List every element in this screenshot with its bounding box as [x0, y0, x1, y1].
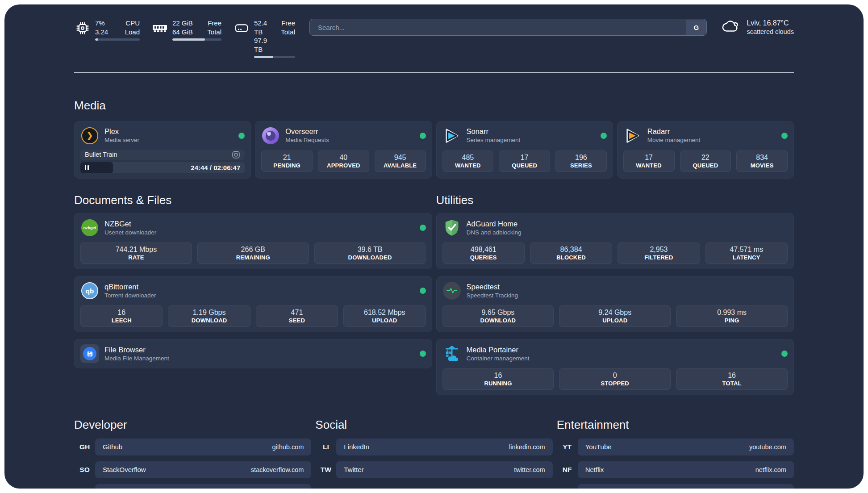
stat-value: 485 — [462, 154, 474, 162]
stat-label: DOWNLOAD — [192, 317, 227, 324]
status-dot — [601, 133, 607, 139]
card-nzbget[interactable]: nzbget NZBGet Usenet downloader 744.21 M… — [74, 213, 432, 269]
stat-tile: 744.21 Mbps RATE — [80, 242, 192, 264]
card-radarr[interactable]: Radarr Movie management 17 WANTED 22 QUE… — [617, 121, 794, 179]
stat-value: 744.21 Mbps — [116, 246, 157, 254]
link-name: Twitter — [344, 466, 363, 473]
card-sonarr[interactable]: Sonarr Series management 485 WANTED 17 Q… — [436, 121, 613, 179]
playback-time: 24:44 / 02:06:47 — [191, 164, 245, 171]
stat-value: 834 — [756, 154, 768, 162]
stat-label: UPLOAD — [372, 317, 397, 324]
app-name: Overseerr — [285, 127, 329, 136]
app-description: Movie management — [647, 137, 701, 144]
link-url: linkedin.com — [509, 443, 545, 451]
search-engine-button[interactable]: G — [686, 20, 706, 35]
app-name: Media Portainer — [467, 345, 530, 355]
stat-label: AVAILABLE — [384, 162, 417, 169]
media-grid: ❯ Plex Media server Bullet Train 24:44 /… — [74, 121, 794, 179]
card-speedtest[interactable]: Speedtest Speedtest Tracking 9.65 Gbps D… — [436, 276, 794, 332]
memory-progress-bar — [172, 38, 221, 41]
stat-tile: 21 PENDING — [261, 150, 313, 172]
stat-tile: 47.571 ms LATENCY — [705, 242, 788, 264]
utilities-column: Utilities AdGuard Home DNS and adblockin… — [436, 194, 794, 396]
stat-tile: 0.993 ms PING — [676, 305, 788, 327]
stat-tile: 0 STOPPED — [559, 368, 671, 390]
card-adguard[interactable]: AdGuard Home DNS and adblocking 498,461 … — [436, 213, 794, 269]
app-description: Media server — [104, 137, 139, 144]
stat-label: LEECH — [112, 317, 132, 324]
card-qbittorrent[interactable]: qb qBittorrent Torrent downloader 16 LEE… — [74, 276, 432, 332]
portainer-icon — [442, 344, 461, 363]
app-name: File Browser — [104, 345, 169, 355]
link-youtube[interactable]: YT YouTube youtube.com — [557, 439, 794, 455]
weather-location-temp: Lviv, 16.87°C — [747, 19, 794, 27]
app-name: Speedtest — [467, 282, 518, 292]
card-filebrowser[interactable]: File Browser Media File Management — [74, 339, 432, 368]
memory-icon — [151, 19, 168, 38]
link-github[interactable]: GH Github github.com — [74, 439, 311, 455]
link-stackoverflow[interactable]: SO StackOverflow stackoverflow.com — [74, 461, 311, 478]
stat-value: 22 — [701, 154, 709, 162]
stat-value: 0.993 ms — [717, 309, 747, 317]
link-dev[interactable]: DT DEV dev.to — [74, 484, 311, 489]
section-title-developer: Developer — [74, 418, 311, 431]
stat-label: MOVIES — [751, 162, 774, 169]
stat-label: SERIES — [570, 162, 592, 169]
stat-label: BLOCKED — [556, 254, 586, 261]
storage-labels: Free Total — [281, 19, 295, 54]
link-badge: DT — [74, 484, 95, 489]
weather-condition: scattered clouds — [747, 28, 794, 35]
stat-tile: 498,461 QUERIES — [442, 242, 525, 264]
stat-label: APPROVED — [327, 162, 360, 169]
overseerr-icon — [261, 126, 280, 145]
stat-label: PENDING — [273, 162, 300, 169]
stat-value: 17 — [645, 154, 653, 162]
pause-icon[interactable] — [85, 165, 89, 170]
stat-value: 498,461 — [471, 246, 497, 254]
link-netflix[interactable]: NF Netflix netflix.com — [557, 461, 794, 478]
card-overseerr[interactable]: Overseerr Media Requests 21 PENDING 40 A… — [255, 121, 432, 179]
stat-value: 1.19 Gbps — [193, 309, 226, 317]
section-title-documents: Documents & Files — [74, 194, 432, 207]
link-name: YouTube — [585, 443, 612, 451]
entertainment-links: Entertainment YT YouTube youtube.com NF … — [557, 418, 794, 489]
link-badge: TW — [315, 461, 336, 478]
app-name: qBittorrent — [104, 282, 156, 292]
stat-label: WANTED — [455, 162, 481, 169]
stat-tile: 618.52 Mbps UPLOAD — [343, 305, 426, 327]
card-portainer[interactable]: Media Portainer Container management 16 … — [436, 339, 794, 395]
lens-icon — [232, 150, 240, 159]
stat-tile: 9.65 Gbps DOWNLOAD — [442, 305, 554, 327]
radarr-icon — [623, 126, 642, 145]
search-input[interactable] — [309, 19, 707, 36]
link-badge: NF — [557, 461, 578, 478]
app-name: Plex — [104, 127, 139, 136]
link-linkedin[interactable]: LI LinkedIn linkedin.com — [315, 439, 552, 455]
storage-values: 52.4 TB 97.9 TB — [254, 19, 274, 54]
stat-tile: 16 LEECH — [80, 305, 163, 327]
link-reddit[interactable]: RE Reddit reddit.com — [557, 484, 794, 489]
plex-icon: ❯ — [80, 126, 99, 145]
link-url: github.com — [272, 443, 304, 451]
stat-label: QUERIES — [470, 254, 497, 261]
card-plex[interactable]: ❯ Plex Media server Bullet Train 24:44 /… — [74, 121, 251, 179]
link-url: stackoverflow.com — [251, 466, 304, 473]
stat-label: RATE — [128, 254, 144, 261]
developer-links: Developer GH Github github.com SO StackO… — [74, 418, 311, 489]
link-badge: GH — [74, 439, 95, 455]
section-title-social: Social — [315, 418, 552, 431]
cloud-icon — [721, 19, 741, 36]
link-name: Netflix — [585, 466, 604, 473]
qbittorrent-icon: qb — [80, 281, 99, 300]
link-twitter[interactable]: TW Twitter twitter.com — [315, 461, 552, 478]
stat-value: 2,953 — [650, 246, 668, 254]
stat-value: 471 — [291, 309, 303, 317]
storage-progress-bar — [254, 56, 295, 58]
link-url: youtube.com — [749, 443, 786, 451]
stat-value: 86,384 — [560, 246, 582, 254]
cpu-progress-bar — [95, 38, 140, 41]
system-stats: 7% 3.24 CPU Load — [74, 18, 295, 58]
stat-tile: 86,384 BLOCKED — [530, 242, 612, 264]
app-description: Speedtest Tracking — [467, 292, 518, 300]
playback-progress-bar: 24:44 / 02:06:47 — [80, 162, 245, 173]
